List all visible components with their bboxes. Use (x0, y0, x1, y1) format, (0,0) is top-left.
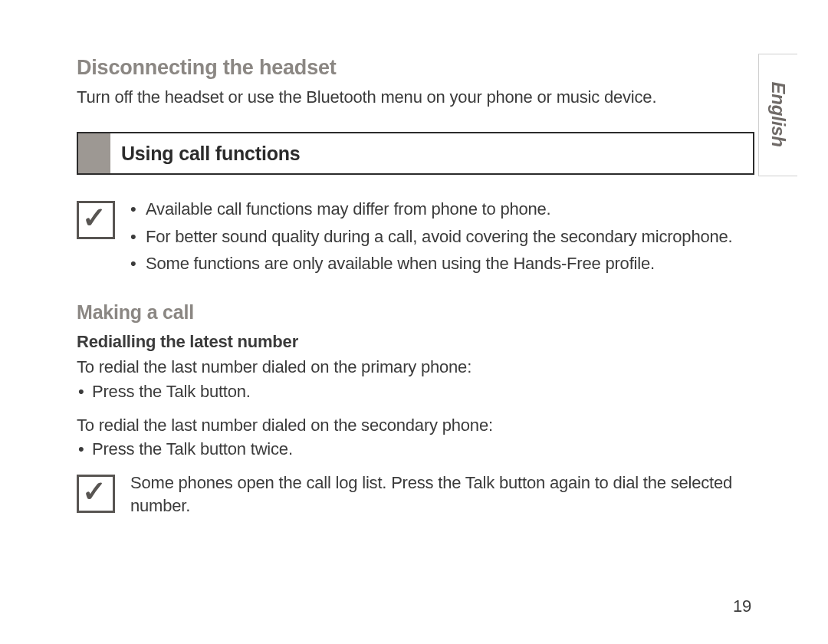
list-item: Some functions are only available when u… (130, 252, 751, 275)
primary-step-list: Press the Talk button. (77, 380, 751, 403)
language-tab-label: English (766, 81, 790, 146)
note-2-text: Some phones open the call log list. Pres… (130, 472, 751, 517)
section-title-accent (78, 133, 110, 173)
list-item: Available call functions may differ from… (130, 198, 751, 221)
heading-disconnecting: Disconnecting the headset (77, 54, 751, 81)
note-1-text: Available call functions may differ from… (130, 198, 751, 280)
text-secondary-intro: To redial the last number dialed on the … (77, 414, 751, 437)
section-title-box: Using call functions (77, 132, 754, 175)
subheading-redialling: Redialling the latest number (77, 330, 751, 353)
heading-making-a-call: Making a call (77, 300, 751, 326)
list-item: For better sound quality during a call, … (130, 225, 751, 248)
section-title-text: Using call functions (110, 133, 311, 173)
secondary-step-list: Press the Talk button twice. (77, 438, 751, 461)
check-icon: ✓ (82, 203, 107, 232)
page-number: 19 (733, 595, 751, 618)
text-disconnecting: Turn off the headset or use the Bluetoot… (77, 86, 751, 109)
note-1-list: Available call functions may differ from… (130, 198, 751, 275)
list-item: Press the Talk button. (77, 380, 751, 403)
content-column: Disconnecting the headset Turn off the h… (77, 54, 751, 518)
text-primary-intro: To redial the last number dialed on the … (77, 356, 751, 379)
check-icon: ✓ (82, 477, 107, 506)
checkbox-icon: ✓ (77, 201, 115, 239)
language-tab: English (759, 54, 797, 175)
checkbox-icon: ✓ (77, 475, 115, 513)
list-item: Press the Talk button twice. (77, 438, 751, 461)
manual-page: English Disconnecting the headset Turn o… (0, 0, 828, 644)
note-2-paragraph: Some phones open the call log list. Pres… (130, 472, 751, 517)
note-block-2: ✓ Some phones open the call log list. Pr… (77, 472, 751, 517)
note-block-1: ✓ Available call functions may differ fr… (77, 198, 751, 280)
